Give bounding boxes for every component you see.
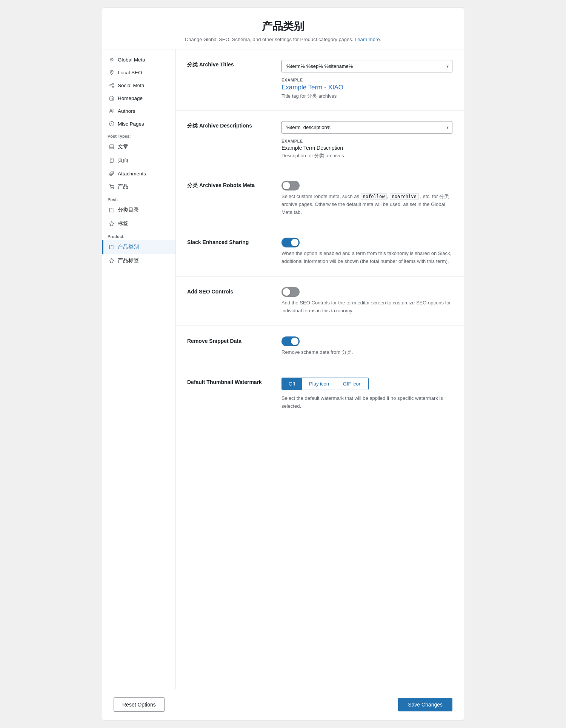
- reset-options-button[interactable]: Reset Options: [114, 697, 165, 712]
- svg-marker-19: [109, 221, 114, 226]
- social-icon: [109, 82, 115, 88]
- slack-sharing-label: Slack Enhanced Sharing: [187, 238, 270, 266]
- post-types-section: Post Types:: [102, 130, 175, 140]
- authors-icon: [109, 108, 115, 114]
- footer-bar: Reset Options Save Changes: [102, 689, 464, 720]
- watermark-gif-icon-button[interactable]: GIF icon: [336, 378, 368, 390]
- archive-descriptions-row: 分类 Archive Descriptions %term_descriptio…: [176, 111, 464, 170]
- seo-controls-desc: Add the SEO Controls for the term editor…: [281, 299, 452, 315]
- cart-icon: [109, 184, 115, 190]
- remove-snippet-desc: Remove schema data from 分类.: [281, 349, 452, 356]
- svg-line-3: [111, 86, 112, 86]
- watermark-off-button[interactable]: Off: [282, 378, 302, 390]
- svg-point-17: [111, 189, 111, 189]
- sidebar-label: Attachments: [118, 171, 146, 177]
- pages-icon: [109, 157, 115, 163]
- sidebar-item-social-meta[interactable]: Social Meta: [102, 79, 175, 92]
- product-folder-icon: [109, 244, 115, 250]
- watermark-play-icon-button[interactable]: Play icon: [302, 378, 336, 390]
- archive-descriptions-example-title: Example Term Description: [281, 145, 452, 151]
- remove-snippet-toggle[interactable]: [281, 336, 300, 346]
- remove-snippet-row: Remove Snippet Data Remove schema data f…: [176, 326, 464, 367]
- sidebar-label: Social Meta: [118, 83, 145, 88]
- sidebar-item-attachments[interactable]: Attachments: [102, 167, 175, 180]
- svg-line-4: [111, 84, 112, 85]
- thumbnail-watermark-control: Off Play icon GIF icon Select the defaul…: [281, 378, 452, 410]
- seo-controls-label: Add SEO Controls: [187, 287, 270, 315]
- page-subtitle: Change Global SEO, Schema, and other set…: [110, 37, 456, 42]
- seo-controls-control: Add the SEO Controls for the term editor…: [281, 287, 452, 315]
- page-header: 产品类别 Change Global SEO, Schema, and othe…: [102, 8, 464, 49]
- sidebar: ⚙ Global Meta Local SEO Social Meta Hom: [102, 49, 176, 689]
- svg-rect-9: [110, 145, 114, 149]
- sidebar-label: 标签: [118, 220, 128, 227]
- product-tag-icon: [109, 258, 115, 264]
- archive-descriptions-control: %term_description% ▾ EXAMPLE Example Ter…: [281, 121, 452, 159]
- archive-titles-control: %term% %sep% %sitename% ▾ EXAMPLE Exampl…: [281, 60, 452, 100]
- thumbnail-watermark-row: Default Thumbnail Watermark Off Play ico…: [176, 367, 464, 421]
- archive-titles-label: 分类 Archive Titles: [187, 60, 270, 100]
- post-section: Post:: [102, 194, 175, 203]
- archive-titles-row: 分类 Archive Titles %term% %sep% %sitename…: [176, 49, 464, 111]
- slack-sharing-toggle[interactable]: [281, 238, 300, 247]
- robots-meta-control: Select custom robots meta, such as nofol…: [281, 181, 452, 216]
- sidebar-item-articles[interactable]: 文章: [102, 140, 175, 154]
- nofollow-code: nofollow: [361, 193, 387, 200]
- noarchive-code: noarchive: [390, 193, 419, 200]
- sidebar-item-product-tags[interactable]: 产品标签: [102, 254, 175, 267]
- sidebar-label: 产品标签: [118, 257, 139, 264]
- archive-descriptions-example-desc: Description for 分类 archives: [281, 152, 452, 159]
- save-changes-button[interactable]: Save Changes: [398, 698, 452, 711]
- archive-descriptions-dropdown-wrap: %term_description% ▾: [281, 121, 452, 134]
- archive-titles-dropdown-wrap: %term% %sep% %sitename% ▾: [281, 60, 452, 72]
- sidebar-label: Local SEO: [118, 70, 142, 75]
- remove-snippet-label: Remove Snippet Data: [187, 336, 270, 356]
- sidebar-item-misc-pages[interactable]: Misc Pages: [102, 117, 175, 130]
- archive-titles-example-title: Example Term - XIAO: [281, 84, 452, 91]
- remove-snippet-control: Remove schema data from 分类.: [281, 336, 452, 356]
- watermark-btn-group: Off Play icon GIF icon: [281, 378, 369, 390]
- sidebar-item-global-meta[interactable]: ⚙ Global Meta: [102, 53, 175, 66]
- archive-titles-example-desc: Title tag for 分类 archives: [281, 93, 452, 100]
- sidebar-label: 产品类别: [118, 244, 139, 250]
- gear-icon: ⚙: [109, 57, 115, 63]
- sidebar-item-pages[interactable]: 页面: [102, 154, 175, 167]
- settings-content: 分类 Archive Titles %term% %sep% %sitename…: [176, 49, 464, 689]
- sidebar-item-product-category[interactable]: 产品类别: [102, 240, 175, 254]
- learn-more-link[interactable]: Learn more: [355, 37, 380, 42]
- sidebar-item-products[interactable]: 产品: [102, 180, 175, 194]
- svg-point-1: [110, 84, 111, 86]
- archive-descriptions-example-label: EXAMPLE: [281, 139, 452, 143]
- sidebar-label: 文章: [118, 143, 128, 150]
- archive-descriptions-select[interactable]: %term_description%: [281, 121, 452, 134]
- sidebar-label: Global Meta: [118, 57, 145, 63]
- sidebar-label: 分类目录: [118, 207, 139, 213]
- sidebar-label: 页面: [118, 157, 128, 164]
- seo-controls-row: Add SEO Controls Add the SEO Controls fo…: [176, 276, 464, 326]
- sidebar-item-tags[interactable]: 标签: [102, 217, 175, 230]
- archive-titles-select[interactable]: %term% %sep% %sitename%: [281, 60, 452, 72]
- home-icon: [109, 95, 115, 101]
- sidebar-label: Homepage: [118, 95, 143, 101]
- robots-meta-label: 分类 Archives Robots Meta: [187, 181, 270, 216]
- sidebar-item-category[interactable]: 分类目录: [102, 203, 175, 217]
- thumbnail-watermark-label: Default Thumbnail Watermark: [187, 378, 270, 410]
- sidebar-item-local-seo[interactable]: Local SEO: [102, 66, 175, 79]
- slack-sharing-control: When the option is enabled and a term fr…: [281, 238, 452, 266]
- archive-descriptions-label: 分类 Archive Descriptions: [187, 121, 270, 159]
- sidebar-item-homepage[interactable]: Homepage: [102, 92, 175, 104]
- archive-titles-example-label: EXAMPLE: [281, 78, 452, 82]
- robots-meta-row: 分类 Archives Robots Meta Select custom ro…: [176, 170, 464, 227]
- attachment-icon: [109, 170, 115, 177]
- sidebar-item-authors[interactable]: Authors: [102, 104, 175, 117]
- svg-point-5: [110, 109, 112, 111]
- svg-point-2: [112, 86, 114, 88]
- robots-meta-toggle[interactable]: [281, 181, 300, 190]
- svg-marker-20: [109, 258, 114, 263]
- sidebar-label: 产品: [118, 183, 128, 190]
- seo-controls-toggle[interactable]: [281, 287, 300, 297]
- articles-icon: [109, 144, 115, 150]
- svg-point-0: [112, 83, 114, 84]
- tag-icon: [109, 221, 115, 227]
- product-section: Product:: [102, 230, 175, 240]
